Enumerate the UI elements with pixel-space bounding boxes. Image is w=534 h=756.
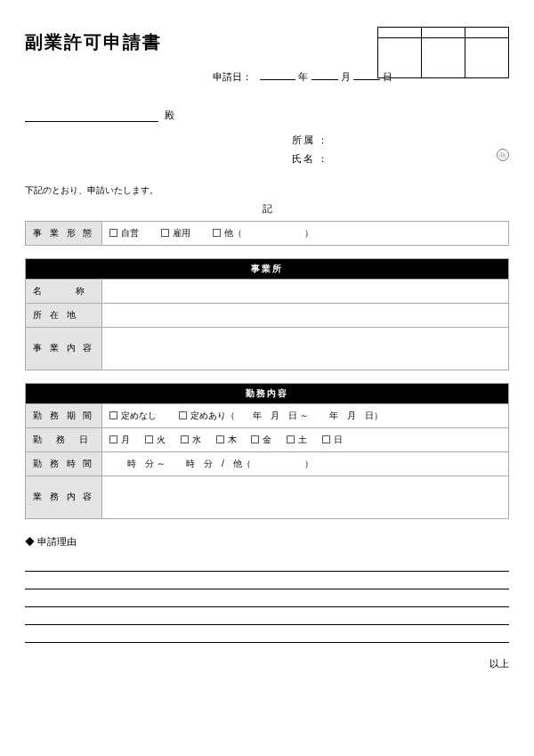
checkbox-icon[interactable]: [216, 435, 224, 443]
approval-stamp-grid: [377, 27, 509, 78]
work-content-label: 業 務 内 容: [26, 476, 102, 518]
office-content-label: 事 業 内 容: [26, 327, 102, 370]
day-fri[interactable]: 金: [251, 434, 271, 446]
reason-line[interactable]: [25, 607, 509, 625]
office-addr-field[interactable]: [102, 303, 509, 327]
addressee-suffix: 殿: [165, 110, 174, 120]
reason-line[interactable]: [25, 625, 509, 643]
checkbox-icon[interactable]: [109, 435, 117, 443]
addressee-blank[interactable]: [25, 110, 158, 122]
work-hours-label: 勤 務 時 間: [26, 451, 102, 476]
date-month-blank[interactable]: [312, 79, 338, 80]
option-other[interactable]: 他（ ）: [213, 227, 313, 240]
business-type-options: 自営 雇用 他（ ）: [102, 221, 509, 245]
date-year-blank[interactable]: [260, 79, 295, 80]
work-period-field: 定めなし 定めあり（ 年 月 日 ～ 年 月 日）: [102, 403, 509, 427]
intro-text: 下記のとおり、申請いたします。: [25, 184, 509, 197]
seal-mark-icon: ㊞: [497, 149, 509, 161]
work-table: 勤務内容 勤 務 期 間 定めなし 定めあり（ 年 月 日 ～ 年 月 日） 勤…: [25, 383, 509, 519]
day-wed[interactable]: 水: [181, 434, 201, 446]
reason-line[interactable]: [25, 554, 509, 572]
business-type-label: 事 業 形 態: [26, 221, 102, 245]
checkbox-icon[interactable]: [181, 435, 189, 443]
period-none-option[interactable]: 定めなし: [109, 410, 157, 422]
reason-header: ◆ 申請理由: [25, 535, 509, 549]
office-name-label: 名 称: [26, 279, 102, 303]
date-label: 申請日：: [213, 71, 252, 82]
office-section-header: 事業所: [26, 258, 509, 279]
day-sun[interactable]: 日: [322, 434, 343, 446]
business-type-table: 事 業 形 態 自営 雇用 他（ ）: [25, 221, 509, 246]
reason-lines[interactable]: [25, 554, 509, 643]
date-day-blank[interactable]: [353, 79, 380, 80]
day-tue[interactable]: 火: [145, 434, 166, 446]
reason-line[interactable]: [25, 589, 509, 607]
office-content-field[interactable]: [102, 327, 509, 370]
ki-marker: 記: [25, 202, 509, 215]
work-section-header: 勤務内容: [26, 383, 509, 403]
period-fixed-option[interactable]: 定めあり（ 年 月 日 ～ 年 月 日）: [179, 410, 383, 422]
checkbox-icon[interactable]: [322, 435, 330, 443]
office-table: 事業所 名 称 所 在 地 事 業 内 容: [25, 258, 509, 370]
applicant-block: 所属 ： 氏名 ： ㊞: [25, 131, 509, 168]
reason-line[interactable]: [25, 572, 509, 589]
work-period-label: 勤 務 期 間: [26, 403, 102, 427]
checkbox-icon[interactable]: [109, 229, 117, 237]
checkbox-icon[interactable]: [109, 411, 117, 419]
checkbox-icon[interactable]: [287, 435, 295, 443]
day-mon[interactable]: 月: [109, 434, 130, 446]
work-hours-field[interactable]: 時 分 ～ 時 分 / 他（ ）: [102, 451, 509, 476]
dept-label: 所属: [292, 134, 315, 145]
checkbox-icon[interactable]: [161, 229, 169, 237]
option-self[interactable]: 自営: [109, 227, 139, 240]
option-employed[interactable]: 雇用: [161, 227, 190, 240]
addressee-line: 殿: [25, 109, 509, 122]
office-name-field[interactable]: [102, 279, 509, 303]
checkbox-icon[interactable]: [213, 229, 221, 237]
work-days-field: 月 火 水 木 金 土 日: [102, 427, 509, 451]
checkbox-icon[interactable]: [251, 435, 259, 443]
office-addr-label: 所 在 地: [26, 303, 102, 327]
checkbox-icon[interactable]: [179, 411, 187, 419]
day-thu[interactable]: 木: [216, 434, 237, 446]
work-days-label: 勤 務 日: [26, 427, 102, 451]
name-label: 氏名: [292, 153, 315, 164]
ijou-marker: 以上: [25, 657, 509, 671]
checkbox-icon[interactable]: [145, 435, 153, 443]
day-sat[interactable]: 土: [287, 434, 307, 446]
work-content-field[interactable]: [102, 476, 509, 518]
